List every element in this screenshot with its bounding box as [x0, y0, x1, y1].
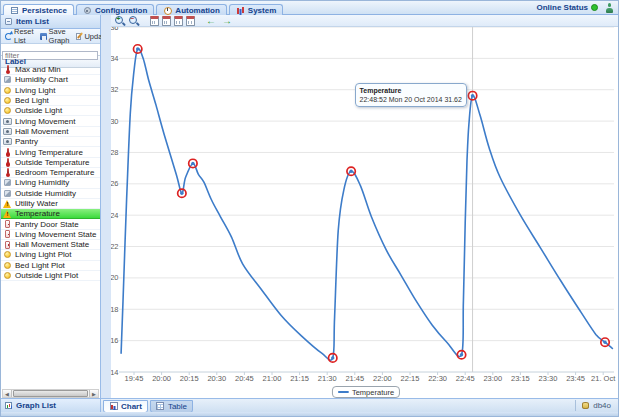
chart-legend[interactable]: Temperature — [332, 386, 400, 398]
reset-list-button[interactable]: Reset List — [2, 26, 36, 46]
item-label: Temperature — [15, 209, 60, 218]
data-point-marker[interactable] — [180, 192, 183, 195]
list-item-max-and-min[interactable]: Max and Min — [1, 65, 100, 75]
thermometer-icon — [3, 158, 12, 167]
bottom-tab-table[interactable]: Table — [150, 400, 193, 413]
user-icon[interactable] — [604, 3, 614, 13]
bulb-icon — [3, 261, 12, 270]
x-axis-tick-label: 19:45 — [125, 374, 144, 383]
list-item-humidity-chart[interactable]: Humidity Chart — [1, 75, 100, 85]
list-item-bedroom-temperature[interactable]: Bedroom Temperature — [1, 168, 100, 178]
y-axis-tick-label: 28 — [111, 148, 119, 157]
list-item-living-temperature[interactable]: Living Temperature — [1, 147, 100, 157]
data-point-marker[interactable] — [349, 170, 352, 173]
tooltip-value: 22:48:52 Mon 20 Oct 2014 31.62 — [360, 95, 462, 104]
panel-splitter[interactable] — [101, 15, 111, 398]
pan-right-icon[interactable]: → — [220, 15, 234, 27]
filter-row — [1, 44, 100, 56]
table-tab-icon — [156, 402, 165, 411]
scrollbar-thumb[interactable] — [13, 390, 88, 397]
list-item-pantry[interactable]: Pantry — [1, 137, 100, 147]
humidity-icon — [3, 178, 12, 187]
online-status-label: Online Status — [536, 3, 588, 12]
data-point-marker[interactable] — [603, 341, 606, 344]
item-label: Hall Movement State — [15, 240, 89, 249]
list-item-bed-light-plot[interactable]: Bed Light Plot — [1, 261, 100, 271]
list-item-living-humidity[interactable]: Living Humidity — [1, 178, 100, 188]
item-label: Outside Humidity — [15, 189, 76, 198]
humidity-icon — [3, 75, 12, 84]
x-axis-tick-label: 21. Oct — [591, 374, 616, 383]
item-label: Living Temperature — [15, 148, 83, 157]
bulb-icon — [3, 86, 12, 95]
calendar-month-icon[interactable] — [173, 15, 183, 27]
calendar-day-icon[interactable] — [149, 15, 159, 27]
x-axis-tick-label: 22:45 — [456, 374, 475, 383]
door-icon — [3, 230, 12, 239]
button-label: Reset List — [14, 27, 34, 45]
graph-list-icon — [4, 401, 13, 410]
y-axis-tick-label: 30 — [111, 117, 119, 126]
data-point-marker[interactable] — [460, 353, 463, 356]
x-axis-tick-label: 23:30 — [539, 374, 558, 383]
calendar-year-icon[interactable] — [185, 15, 195, 27]
data-point-marker[interactable] — [136, 47, 139, 50]
bulb-icon — [3, 106, 12, 115]
scroll-left-icon[interactable]: ◀ — [3, 390, 12, 397]
graph-list-panel-header[interactable]: Graph List — [1, 398, 101, 412]
calendar-week-icon[interactable] — [161, 15, 171, 27]
list-item-living-movement-state[interactable]: Living Movement State — [1, 230, 100, 240]
save-graph-button[interactable]: Save Graph — [37, 26, 72, 46]
x-axis-tick-label: 20:00 — [152, 374, 171, 383]
bulb-icon — [3, 271, 12, 280]
list-item-utility-water[interactable]: Utility Water — [1, 199, 100, 209]
item-list-panel: Item List Reset ListSave GraphUpdate Lab… — [1, 15, 101, 398]
list-item-pantry-door-state[interactable]: Pantry Door State — [1, 219, 100, 229]
y-axis-tick-label: 24 — [111, 211, 119, 220]
legend-label: Temperature — [352, 388, 394, 397]
persistence-icon — [10, 6, 19, 15]
list-item-outside-humidity[interactable]: Outside Humidity — [1, 189, 100, 199]
data-point-marker[interactable] — [191, 162, 194, 165]
horizontal-scrollbar[interactable]: ◀ ▶ — [2, 389, 99, 398]
list-item-temperature[interactable]: Temperature — [1, 209, 100, 219]
y-axis-tick-label: 20 — [111, 273, 119, 282]
list-item-living-light-plot[interactable]: Living Light Plot — [1, 250, 100, 260]
item-label: Outside Light Plot — [15, 271, 78, 280]
bulb-icon — [3, 96, 12, 105]
zoom-out-icon[interactable]: − — [128, 15, 140, 27]
data-point-marker[interactable] — [471, 94, 474, 97]
pan-left-icon[interactable]: ← — [204, 15, 218, 27]
x-axis-tick-label: 22:00 — [373, 374, 392, 383]
list-item-outside-temperature[interactable]: Outside Temperature — [1, 158, 100, 168]
list-item-living-light[interactable]: Living Light — [1, 86, 100, 96]
x-axis-tick-label: 21:00 — [263, 374, 282, 383]
item-label: Bed Light Plot — [15, 261, 65, 270]
list-item-outside-light[interactable]: Outside Light — [1, 106, 100, 116]
chart-tooltip: Temperature 22:48:52 Mon 20 Oct 2014 31.… — [355, 83, 467, 107]
database-icon — [581, 401, 590, 410]
item-label: Pantry Door State — [15, 220, 79, 229]
online-status: Online Status — [536, 3, 598, 12]
bottom-tab-chart[interactable]: Chart — [103, 400, 148, 413]
save-icon — [39, 32, 48, 41]
bulb-icon — [3, 250, 12, 259]
zoom-in-icon[interactable]: + — [114, 15, 126, 27]
y-axis-tick-label: 36 — [111, 27, 119, 32]
item-label: Living Movement — [15, 117, 75, 126]
tab-label: Persistence — [22, 6, 67, 15]
scroll-right-icon[interactable]: ▶ — [89, 390, 98, 397]
x-axis-tick-label: 21:30 — [318, 374, 337, 383]
list-item-hall-movement-state[interactable]: Hall Movement State — [1, 240, 100, 250]
item-list-icon — [4, 17, 13, 26]
list-item-bed-light[interactable]: Bed Light — [1, 96, 100, 106]
list-item-hall-movement[interactable]: Hall Movement — [1, 127, 100, 137]
list-item-outside-light-plot[interactable]: Outside Light Plot — [1, 271, 100, 281]
persistence-status: db4o — [575, 400, 616, 411]
y-axis-tick-label: 22 — [111, 242, 119, 251]
data-point-marker[interactable] — [331, 356, 334, 359]
y-axis-tick-label: 34 — [111, 54, 119, 63]
item-label: Bedroom Temperature — [15, 168, 94, 177]
window-bottom-edge — [1, 412, 618, 416]
list-item-living-movement[interactable]: Living Movement — [1, 116, 100, 126]
